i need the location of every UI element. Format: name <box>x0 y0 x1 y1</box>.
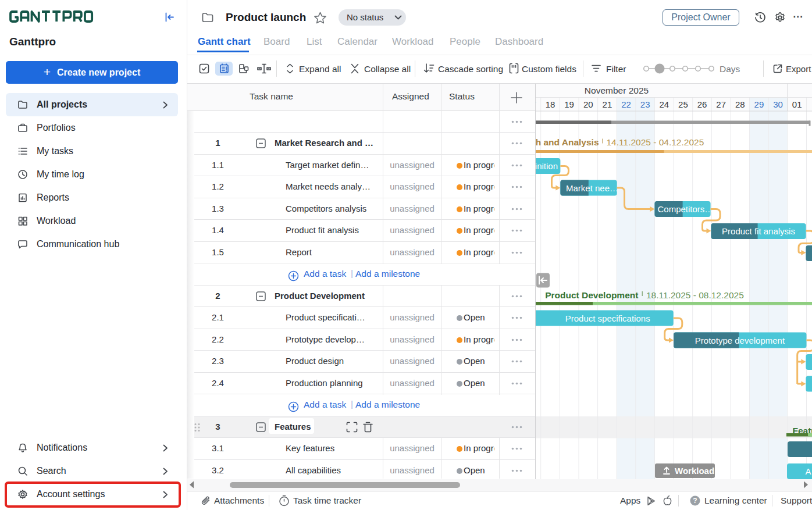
svg-text:14.11.2025 - 04.12.2025: 14.11.2025 - 04.12.2025 <box>607 137 704 147</box>
svg-text:22: 22 <box>621 99 631 109</box>
svg-text:23: 23 <box>640 99 650 109</box>
svg-text:19: 19 <box>564 99 574 109</box>
svg-text:24: 24 <box>659 99 669 109</box>
svg-text:Market Research and Analysis: Market Research and Analysis <box>535 137 599 147</box>
svg-text:27: 27 <box>716 99 726 109</box>
svg-text:30: 30 <box>773 99 783 109</box>
svg-text:A: A <box>806 466 811 476</box>
svg-text:25: 25 <box>678 99 688 109</box>
svg-text:Prototype development: Prototype development <box>695 335 785 345</box>
svg-text:Product specifications: Product specifications <box>565 313 650 323</box>
svg-text:November 2025: November 2025 <box>585 85 649 95</box>
svg-text:Competitors…: Competitors… <box>658 204 714 214</box>
svg-text:Product fit analysis: Product fit analysis <box>722 226 795 236</box>
svg-text:26: 26 <box>697 99 707 109</box>
svg-text:01: 01 <box>792 99 802 109</box>
svg-text:21: 21 <box>603 99 612 109</box>
svg-text:18.11.2025 - 08.12.2025: 18.11.2025 - 08.12.2025 <box>646 290 744 299</box>
svg-text:Product Development: Product Development <box>545 290 638 299</box>
svg-text:29: 29 <box>754 99 764 109</box>
svg-text:20: 20 <box>583 99 593 109</box>
svg-text:Target market definition: Target market definition <box>535 161 558 171</box>
svg-text:28: 28 <box>735 99 745 109</box>
svg-text:18: 18 <box>546 99 555 109</box>
svg-text:?: ? <box>693 497 697 505</box>
svg-text:Market nee…: Market nee… <box>566 183 618 192</box>
